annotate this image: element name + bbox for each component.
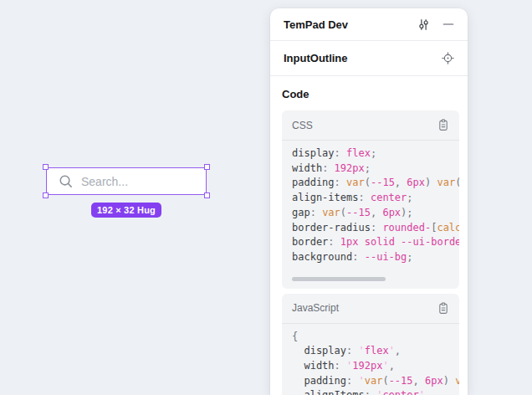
code-token: display bbox=[292, 345, 346, 357]
css-code-block: CSS display: flex;width: 192px;padding: … bbox=[282, 110, 459, 289]
code-token: center bbox=[371, 192, 407, 203]
target-icon[interactable] bbox=[442, 52, 454, 64]
code-token: ' bbox=[382, 360, 388, 372]
code-token: 6px bbox=[407, 177, 425, 188]
code-token bbox=[395, 236, 401, 248]
code-token: var bbox=[322, 207, 340, 218]
code-token: solid bbox=[365, 236, 395, 248]
code-token: ; bbox=[407, 251, 412, 263]
code-token: ; bbox=[407, 192, 412, 203]
code-token: display bbox=[292, 147, 335, 159]
code-line: { bbox=[292, 330, 459, 345]
code-token: , bbox=[413, 375, 425, 387]
code-token: : bbox=[346, 375, 358, 387]
code-token: : bbox=[328, 236, 340, 248]
size-badge: 192 × 32 Hug bbox=[91, 203, 161, 218]
code-token: , bbox=[389, 360, 395, 372]
code-token: : bbox=[310, 207, 322, 218]
code-token: : bbox=[352, 251, 364, 263]
code-line: border-radius: rounded-[calc(v bbox=[292, 221, 459, 236]
search-input-component[interactable]: Search... 192 × 32 Hug bbox=[46, 167, 207, 195]
code-token: : bbox=[335, 147, 346, 159]
code-token: background bbox=[292, 251, 352, 263]
code-token: ( bbox=[340, 207, 346, 218]
code-line: align-items: center; bbox=[292, 191, 459, 206]
code-token: var bbox=[346, 177, 365, 188]
code-token: var bbox=[455, 375, 459, 387]
code-line: padding: var(--15, 6px) var(-- bbox=[292, 176, 459, 191]
code-token: ' bbox=[358, 375, 364, 387]
code-line: width: '192px', bbox=[292, 359, 459, 374]
sliders-icon[interactable] bbox=[417, 18, 430, 31]
code-token: gap bbox=[292, 207, 310, 218]
code-token: ; bbox=[407, 207, 412, 218]
code-token: var bbox=[437, 177, 455, 188]
code-token: ) bbox=[443, 375, 455, 387]
horizontal-scrollbar[interactable] bbox=[292, 277, 386, 281]
code-token: : bbox=[335, 360, 346, 372]
code-line: border: 1px solid --ui-border- bbox=[292, 235, 459, 250]
selection-handle-top-left[interactable] bbox=[43, 164, 49, 170]
code-token: flex bbox=[365, 345, 389, 357]
css-block-header: CSS bbox=[282, 110, 459, 141]
code-token bbox=[359, 236, 365, 248]
plugin-header: TemPad Dev bbox=[270, 8, 468, 41]
code-token: 1px bbox=[340, 236, 359, 248]
code-line: width: 192px; bbox=[292, 162, 459, 177]
code-token: --15 bbox=[371, 177, 395, 188]
code-token: align-items bbox=[292, 192, 358, 203]
code-token: : bbox=[365, 389, 376, 395]
code-token: alignItems bbox=[292, 389, 365, 395]
tempad-dev-plugin-panel: TemPad Dev InputOutline bbox=[270, 8, 468, 395]
code-token: --15 bbox=[389, 375, 413, 387]
code-token: ( bbox=[382, 375, 388, 387]
code-line: alignItems: 'center', bbox=[292, 388, 459, 395]
code-token: width bbox=[292, 360, 335, 372]
code-token: 192px bbox=[335, 162, 365, 174]
selected-component-row: InputOutline bbox=[270, 41, 468, 76]
code-token: 6px bbox=[382, 207, 401, 218]
code-token: var bbox=[365, 375, 383, 387]
minimize-icon[interactable] bbox=[442, 18, 454, 30]
code-token: , bbox=[395, 177, 407, 188]
plugin-title: TemPad Dev bbox=[284, 18, 417, 31]
code-token: : bbox=[335, 177, 346, 188]
code-token: , bbox=[425, 389, 431, 395]
selection-handle-top-right[interactable] bbox=[204, 164, 210, 170]
code-token: , bbox=[371, 207, 382, 218]
code-token: ( bbox=[365, 177, 371, 188]
code-token: flex bbox=[346, 147, 371, 159]
code-token: ; bbox=[365, 162, 371, 174]
css-block-label: CSS bbox=[292, 120, 437, 131]
code-token: : bbox=[358, 192, 370, 203]
code-token: calc bbox=[437, 222, 459, 233]
component-name: InputOutline bbox=[284, 52, 442, 64]
selection-handle-bottom-left[interactable] bbox=[43, 192, 49, 198]
code-token: : bbox=[346, 345, 358, 357]
code-token: { bbox=[292, 331, 298, 342]
selection-handle-bottom-right[interactable] bbox=[204, 192, 210, 198]
code-token: padding bbox=[292, 375, 346, 387]
code-token: --15 bbox=[346, 207, 371, 218]
search-input-placeholder: Search... bbox=[81, 175, 128, 188]
code-token: : bbox=[371, 222, 382, 233]
code-token: rounded- bbox=[382, 222, 431, 233]
code-line: padding: 'var(--15, 6px) var bbox=[292, 374, 459, 389]
code-token: border-radius bbox=[292, 222, 371, 233]
code-section: Code CSS display: flex;width: 192px;padd… bbox=[270, 76, 468, 395]
code-line: background: --ui-bg; bbox=[292, 250, 459, 265]
javascript-block-label: JavaScript bbox=[292, 302, 437, 314]
code-token: ( bbox=[455, 177, 459, 188]
code-token: ; bbox=[371, 147, 376, 159]
clipboard-icon[interactable] bbox=[437, 302, 449, 315]
clipboard-icon[interactable] bbox=[437, 119, 449, 131]
code-token: width bbox=[292, 162, 322, 174]
code-token: ' bbox=[419, 389, 425, 395]
code-token: ' bbox=[389, 345, 395, 357]
javascript-code: { display: 'flex', width: '192px', paddi… bbox=[282, 324, 459, 395]
code-token: 6px bbox=[425, 375, 443, 387]
code-token: padding bbox=[292, 177, 335, 188]
code-section-title: Code bbox=[282, 88, 459, 100]
code-line: gap: var(--15, 6px); bbox=[292, 206, 459, 221]
code-token: --ui-border- bbox=[401, 236, 459, 248]
